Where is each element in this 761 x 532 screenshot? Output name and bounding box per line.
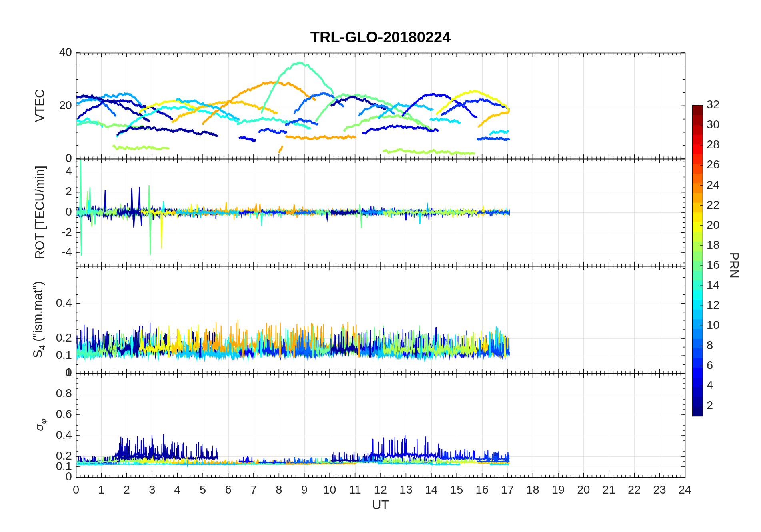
figure: TRL-GLO-20180224 VTEC ROT [TECU/min] S4 …: [0, 0, 761, 532]
colorbar-label: PRN: [727, 252, 741, 278]
s4-label-main: S: [31, 350, 45, 358]
sigma-label-main: σ: [32, 424, 46, 431]
vtec-axis-label: VTEC: [33, 89, 47, 122]
figure-title: TRL-GLO-20180224: [76, 29, 685, 46]
plot-canvas: [0, 0, 761, 532]
s4-axis-label: S4 ("ism.mat"): [31, 281, 47, 358]
s4-label-rest: ("ism.mat"): [31, 281, 45, 345]
sigma-phi-axis-label: σφ: [32, 418, 48, 431]
sigma-label-sub: φ: [39, 418, 48, 424]
x-axis-label: UT: [372, 498, 389, 512]
rot-axis-label: ROT [TECU/min]: [33, 166, 47, 259]
s4-label-sub: 4: [37, 345, 46, 350]
